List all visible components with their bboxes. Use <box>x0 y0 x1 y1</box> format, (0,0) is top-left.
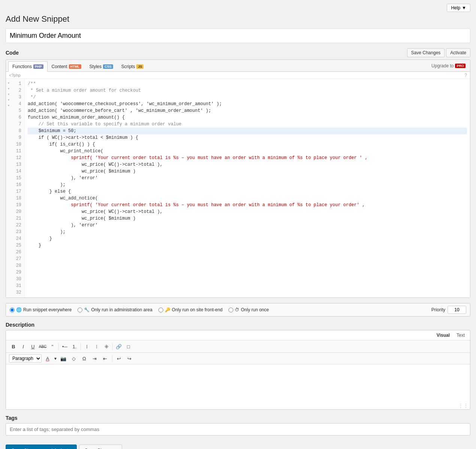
align-left-btn[interactable]: ⁞ <box>82 342 91 351</box>
tags-title: Tags <box>6 415 470 421</box>
tab-styles-label: Styles <box>90 64 102 69</box>
line-number: 24 <box>14 235 21 242</box>
tab-scripts[interactable]: Scripts JS <box>117 61 148 71</box>
line-number: 14 <box>14 168 21 175</box>
run-radio-once[interactable] <box>228 308 233 312</box>
line-number: 22 <box>14 222 21 229</box>
code-lang-hint: <?php ? <box>6 72 470 79</box>
code-help-icon: ? <box>464 73 467 78</box>
run-admin-label: Only run in administration area <box>91 307 152 312</box>
code-body[interactable]: ▾▾▾▾▾ 1234567891011121314151617181920212… <box>6 79 470 297</box>
visual-view-btn[interactable]: Visual <box>434 332 452 339</box>
code-line: add_action( 'woocommerce_checkout_proces… <box>28 101 467 107</box>
toolbar-sep-3 <box>112 343 113 350</box>
save-activate-button[interactable]: Save Changes and Activate <box>6 445 77 449</box>
line-number: 26 <box>14 249 21 256</box>
tab-content[interactable]: Content HTML <box>48 61 85 71</box>
run-frontend-label: Only run on site front-end <box>172 307 222 312</box>
align-center-btn[interactable]: ⁝ <box>92 342 101 351</box>
italic-btn[interactable]: I <box>19 342 28 351</box>
outdent-btn[interactable]: ⇤ <box>101 354 110 363</box>
run-option-admin[interactable]: 🔧 Only run in administration area <box>78 307 152 312</box>
line-number: 9 <box>14 134 21 141</box>
save-button-bottom[interactable]: Save Changes <box>79 445 122 449</box>
tab-functions-badge: PHP <box>33 64 43 69</box>
fold-marker[interactable]: ▾ <box>7 97 10 103</box>
code-line: sprintf( 'Your current order total is %s… <box>28 202 467 208</box>
code-line: * Set a minimum order amount for checkou… <box>28 87 467 94</box>
bold-btn[interactable]: B <box>9 342 18 351</box>
tags-input[interactable] <box>6 423 470 436</box>
code-line: */ <box>28 94 467 101</box>
fold-marker[interactable]: ▾ <box>7 80 10 86</box>
redo-btn[interactable]: ↪ <box>125 354 134 363</box>
bottom-bar: Save Changes and Activate Save Changes <box>6 441 470 449</box>
fold-marker[interactable]: ▾ <box>7 92 10 97</box>
eraser-btn[interactable]: ◇ <box>69 354 78 363</box>
priority-label: Priority <box>431 307 445 312</box>
priority-input[interactable] <box>448 306 466 314</box>
run-option-once[interactable]: ⏱ Only run once <box>228 307 269 312</box>
code-content[interactable]: /** * Set a minimum order amount for che… <box>25 79 470 297</box>
priority-group: Priority <box>431 306 466 314</box>
description-content[interactable] <box>6 364 470 402</box>
underline-btn[interactable]: U <box>28 342 37 351</box>
code-editor: Functions PHP Content HTML Styles CSS Sc… <box>6 59 470 298</box>
line-number: 15 <box>14 175 21 181</box>
fold-marker[interactable]: ▾ <box>7 103 10 109</box>
desc-resize-handle[interactable]: ⋮⋮ <box>6 402 470 409</box>
upgrade-to[interactable]: Upgrade to PRO <box>431 63 468 68</box>
indent-btn[interactable]: ⇥ <box>90 354 99 363</box>
code-line: wc_print_notice( <box>28 148 467 155</box>
tab-styles-badge: CSS <box>103 64 113 69</box>
link-btn[interactable]: 🔗 <box>114 342 123 351</box>
tab-functions[interactable]: Functions PHP <box>8 61 48 72</box>
fold-marker[interactable]: ▾ <box>7 86 10 92</box>
run-radio-admin[interactable] <box>78 308 82 312</box>
code-line: wc_price( WC()->cart->total ), <box>28 208 467 215</box>
pro-badge: PRO <box>455 64 466 68</box>
tab-scripts-badge: JS <box>136 64 143 69</box>
line-number: 20 <box>14 208 21 215</box>
text-view-btn[interactable]: Text <box>454 332 467 339</box>
wrench-icon: 🔧 <box>84 307 90 312</box>
format-select[interactable]: Paragraph <box>9 354 42 363</box>
line-number: 16 <box>14 181 21 188</box>
ul-btn[interactable]: •─ <box>60 342 69 351</box>
run-option-frontend[interactable]: 🔑 Only run on site front-end <box>158 307 222 312</box>
code-line: } <box>28 235 467 242</box>
ol-btn[interactable]: 1. <box>70 342 79 351</box>
activate-button-top[interactable]: Activate <box>446 48 470 57</box>
snippet-name-input[interactable] <box>6 28 470 43</box>
save-button-top[interactable]: Save Changes <box>407 48 445 57</box>
align-right-btn[interactable]: ⁜ <box>102 342 111 351</box>
run-radio-everywhere[interactable] <box>10 308 15 312</box>
tab-styles[interactable]: Styles CSS <box>85 61 117 71</box>
help-button[interactable]: Help ▼ <box>447 4 470 12</box>
description-section: Description Visual Text B I U ABC " •─ 1… <box>6 322 470 410</box>
line-number: 5 <box>14 107 21 114</box>
media-btn[interactable]: 📷 <box>59 354 68 363</box>
box-btn[interactable]: □ <box>124 342 133 351</box>
line-number: 13 <box>14 161 21 168</box>
tab-scripts-label: Scripts <box>121 64 135 69</box>
fold-markers: ▾▾▾▾▾ <box>6 79 11 297</box>
line-number: 27 <box>14 256 21 262</box>
code-line: wc_price( $minimum ) <box>28 168 467 175</box>
line-number: 30 <box>14 276 21 282</box>
omega-btn[interactable]: Ω <box>80 354 89 363</box>
code-line: add_action( 'woocommerce_before_cart' , … <box>28 107 467 114</box>
code-section-header: Code Save Changes Activate <box>6 48 470 57</box>
key-icon: 🔑 <box>165 307 170 312</box>
top-bar: Help ▼ <box>6 4 470 12</box>
tabs-bar: Functions PHP Content HTML Styles CSS Sc… <box>6 60 470 72</box>
quote-btn[interactable]: " <box>48 342 57 351</box>
font-color-btn[interactable]: A <box>43 354 52 363</box>
line-number: 21 <box>14 215 21 222</box>
run-radio-frontend[interactable] <box>158 308 163 312</box>
toolbar-sep-1 <box>58 343 59 350</box>
abc-btn[interactable]: ABC <box>38 342 47 351</box>
undo-btn[interactable]: ↩ <box>115 354 124 363</box>
run-option-everywhere[interactable]: 🌐 Run snippet everywhere <box>10 307 72 312</box>
help-label: Help <box>451 5 460 10</box>
